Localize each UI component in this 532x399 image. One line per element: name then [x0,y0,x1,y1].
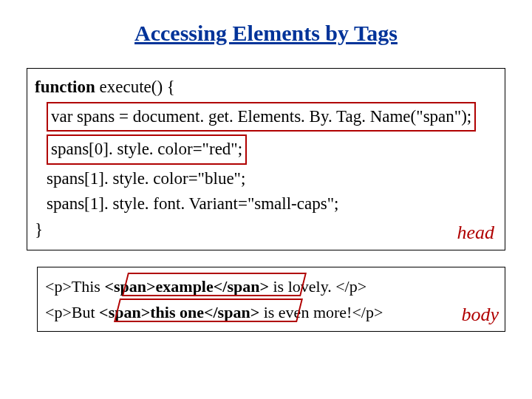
box-label-body: body [461,299,499,330]
highlight-style-red: spans[0]. style. color="red"; [47,134,247,165]
p2-before: <p>But [45,303,99,321]
code-line-fn: function execute() { [35,75,497,100]
p2-after: is even more!</p> [259,303,383,321]
head-code-box: function execute() { var spans = documen… [27,68,505,250]
code-line-1-wrap: var spans = document. get. Elements. By.… [35,100,497,134]
code-line-3: spans[1]. style. color="blue"; [35,166,497,192]
code-line-2-wrap: spans[0]. style. color="red"; [35,133,497,166]
p1-after: is lovely. </p> [269,277,366,296]
p2-span: <span>this one</span> [99,303,259,321]
body-markup-box: <p>This <span>example</span> is lovely. … [37,267,505,332]
code-line-4: spans[1]. style. font. Variant="small-ca… [35,191,497,217]
body-line-1: <p>This <span>example</span> is lovely. … [45,273,497,299]
body-line-2: <p>But <span>this one</span> is even mor… [45,299,497,325]
p1-before: <p>This [45,277,104,296]
highlight-getelements: var spans = document. get. Elements. By.… [47,102,476,132]
keyword-function: function [35,78,95,96]
fn-signature: execute() { [95,78,175,96]
box-label-head: head [457,218,494,247]
slide-title: Accessing Elements by Tags [0,21,532,46]
p1-span: <span>example</span> [104,277,269,296]
code-line-close: } [35,217,497,243]
